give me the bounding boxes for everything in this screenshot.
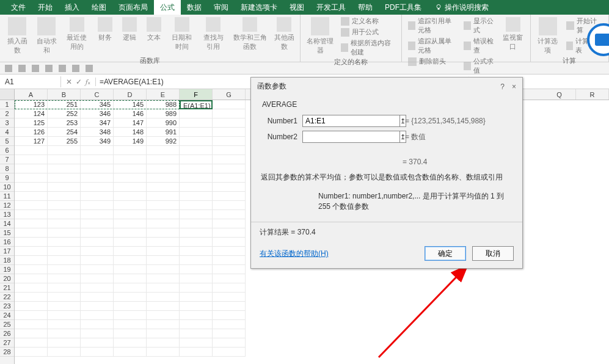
cell-D19[interactable] bbox=[114, 265, 147, 274]
cell-F1[interactable]: E(A1:E1) bbox=[180, 100, 213, 109]
function-help-link[interactable]: 有关该函数的帮助(H) bbox=[260, 249, 329, 259]
cell-E8[interactable] bbox=[147, 164, 180, 173]
dialog-close-icon[interactable]: × bbox=[512, 82, 516, 91]
cell-C25[interactable] bbox=[81, 320, 114, 329]
cell-E6[interactable] bbox=[147, 146, 180, 155]
cell-F11[interactable] bbox=[180, 192, 213, 201]
menu-pdf[interactable]: PDF工具集 bbox=[379, 0, 428, 15]
cell-B25[interactable] bbox=[48, 320, 81, 329]
cell-G24[interactable] bbox=[213, 311, 246, 320]
qat-redo-icon[interactable] bbox=[32, 65, 39, 72]
cell-E21[interactable] bbox=[147, 283, 180, 293]
cell-B16[interactable] bbox=[48, 238, 81, 247]
menu-file[interactable]: 文件 bbox=[5, 0, 32, 15]
cell-B12[interactable] bbox=[48, 201, 81, 210]
name-box[interactable]: A1 bbox=[0, 76, 61, 87]
cell-B18[interactable] bbox=[48, 256, 81, 265]
cell-F27[interactable] bbox=[180, 338, 213, 348]
row-header-8[interactable]: 8 bbox=[0, 164, 14, 173]
cell-C19[interactable] bbox=[81, 265, 114, 274]
tell-me[interactable]: 操作说明搜索 bbox=[428, 2, 489, 13]
cell-G27[interactable] bbox=[213, 338, 246, 348]
cell-E4[interactable]: 991 bbox=[147, 128, 180, 137]
cell-A13[interactable] bbox=[15, 210, 48, 219]
cell-E22[interactable] bbox=[147, 293, 180, 302]
cell-A10[interactable] bbox=[15, 183, 48, 192]
cell-B20[interactable] bbox=[48, 274, 81, 283]
menu-review[interactable]: 审阅 bbox=[208, 0, 235, 15]
menu-view[interactable]: 视图 bbox=[283, 0, 310, 15]
cell-B3[interactable]: 253 bbox=[48, 118, 81, 128]
cell-B6[interactable] bbox=[48, 146, 81, 155]
row-header-26[interactable]: 26 bbox=[0, 329, 14, 338]
cell-A18[interactable] bbox=[15, 256, 48, 265]
cell-G9[interactable] bbox=[213, 173, 246, 183]
cell-A2[interactable]: 124 bbox=[15, 109, 48, 118]
row-header-6[interactable]: 6 bbox=[0, 146, 14, 155]
cell-A6[interactable] bbox=[15, 146, 48, 155]
cell-F5[interactable] bbox=[180, 137, 213, 146]
row-header-13[interactable]: 13 bbox=[0, 210, 14, 219]
cell-B9[interactable] bbox=[48, 173, 81, 183]
cell-A14[interactable] bbox=[15, 219, 48, 228]
row-header-1[interactable]: 1 bbox=[0, 100, 14, 109]
lookup-button[interactable]: 查找与引用 bbox=[199, 16, 228, 53]
cell-E26[interactable] bbox=[147, 329, 180, 338]
error-check-button[interactable]: 错误检查 bbox=[461, 36, 497, 56]
cell-C13[interactable] bbox=[81, 210, 114, 219]
cell-E28[interactable] bbox=[147, 348, 180, 357]
cell-D14[interactable] bbox=[114, 219, 147, 228]
cell-G17[interactable] bbox=[213, 247, 246, 256]
cell-G23[interactable] bbox=[213, 302, 246, 311]
row-header-7[interactable]: 7 bbox=[0, 155, 14, 164]
col-header-B[interactable]: B bbox=[48, 89, 81, 100]
row-header-2[interactable]: 2 bbox=[0, 109, 14, 118]
cell-B22[interactable] bbox=[48, 293, 81, 302]
cell-D12[interactable] bbox=[114, 201, 147, 210]
cell-C14[interactable] bbox=[81, 219, 114, 228]
cell-G2[interactable] bbox=[213, 109, 246, 118]
cell-C9[interactable] bbox=[81, 173, 114, 183]
insert-function-button[interactable]: 插入函数 bbox=[4, 16, 31, 56]
cell-C17[interactable] bbox=[81, 247, 114, 256]
cell-G10[interactable] bbox=[213, 183, 246, 192]
cell-G1[interactable] bbox=[213, 100, 246, 109]
row-header-21[interactable]: 21 bbox=[0, 283, 14, 293]
cell-A11[interactable] bbox=[15, 192, 48, 201]
cell-A21[interactable] bbox=[15, 283, 48, 293]
cell-A9[interactable] bbox=[15, 173, 48, 183]
cell-G28[interactable] bbox=[213, 348, 246, 357]
cell-A19[interactable] bbox=[15, 265, 48, 274]
cell-G16[interactable] bbox=[213, 238, 246, 247]
cell-E14[interactable] bbox=[147, 219, 180, 228]
cell-B28[interactable] bbox=[48, 348, 81, 357]
row-header-14[interactable]: 14 bbox=[0, 219, 14, 228]
cell-D8[interactable] bbox=[114, 164, 147, 173]
cell-C23[interactable] bbox=[81, 302, 114, 311]
cell-C5[interactable]: 349 bbox=[81, 137, 114, 146]
cell-B17[interactable] bbox=[48, 247, 81, 256]
cell-C2[interactable]: 346 bbox=[81, 109, 114, 118]
menu-help[interactable]: 帮助 bbox=[352, 0, 379, 15]
cell-D25[interactable] bbox=[114, 320, 147, 329]
cell-G18[interactable] bbox=[213, 256, 246, 265]
cell-F9[interactable] bbox=[180, 173, 213, 183]
qat-undo-icon[interactable] bbox=[18, 65, 26, 72]
cell-F4[interactable] bbox=[180, 128, 213, 137]
cell-F22[interactable] bbox=[180, 293, 213, 302]
qat-icon-5[interactable] bbox=[59, 65, 66, 72]
cell-D13[interactable] bbox=[114, 210, 147, 219]
cell-F6[interactable] bbox=[180, 146, 213, 155]
select-all[interactable] bbox=[0, 89, 14, 100]
define-name-button[interactable]: 定义名称 bbox=[338, 16, 398, 26]
cell-E20[interactable] bbox=[147, 274, 180, 283]
cell-F3[interactable] bbox=[180, 118, 213, 128]
cell-G8[interactable] bbox=[213, 164, 246, 173]
cell-A23[interactable] bbox=[15, 302, 48, 311]
cell-F14[interactable] bbox=[180, 219, 213, 228]
cell-E11[interactable] bbox=[147, 192, 180, 201]
cell-D5[interactable]: 149 bbox=[114, 137, 147, 146]
cell-E15[interactable] bbox=[147, 228, 180, 238]
cell-A26[interactable] bbox=[15, 329, 48, 338]
col-header-q[interactable]: Q bbox=[543, 89, 576, 100]
